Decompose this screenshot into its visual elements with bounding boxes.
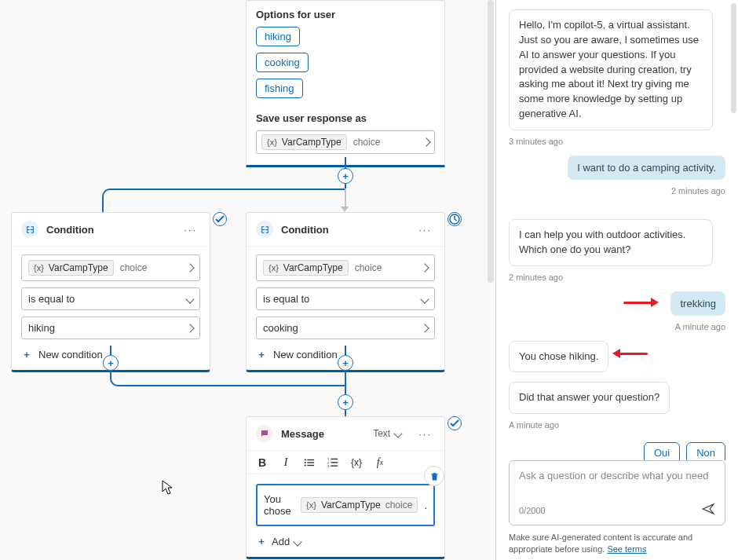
message-node[interactable]: Message Text ··· B I 123 {x} fx — [246, 416, 445, 559]
svg-rect-2 — [307, 459, 314, 459]
chat-scrollbar[interactable] — [731, 3, 736, 113]
chevron-right-icon — [420, 324, 429, 332]
operator-value: is equal to — [28, 293, 75, 305]
new-condition-label: New condition — [38, 349, 103, 361]
option-chip-hiking[interactable]: hiking — [256, 27, 300, 46]
quick-reply-non[interactable]: Non — [686, 442, 725, 460]
more-menu-button[interactable]: ··· — [415, 224, 435, 236]
connector — [118, 385, 345, 386]
variable-type: choice — [353, 137, 381, 148]
see-terms-link[interactable]: See terms — [607, 544, 646, 554]
connector — [110, 346, 111, 355]
add-node-button-a[interactable]: + — [103, 355, 119, 371]
user-message: trekking — [670, 291, 725, 316]
variable-token[interactable]: {x} VarCampType choice — [301, 497, 418, 513]
chat-input[interactable]: Ask a question or describe what you need… — [509, 460, 725, 525]
delete-variation-button[interactable] — [424, 466, 444, 486]
ask-options-node[interactable]: Options for user hiking cooking fishing … — [246, 0, 445, 167]
options-title: Options for user — [256, 9, 435, 20]
more-menu-button[interactable]: ··· — [181, 224, 200, 236]
add-label: Add — [272, 536, 290, 547]
message-type-select[interactable]: Text — [373, 428, 401, 439]
italic-button[interactable]: I — [279, 456, 292, 469]
bot-message: Hello, I'm copilot-5, a virtual assistan… — [509, 9, 713, 130]
variable-icon: {x} — [306, 500, 316, 510]
svg-rect-10 — [331, 462, 338, 463]
status-check-icon — [448, 416, 462, 430]
timestamp: 2 minutes ago — [509, 273, 563, 282]
connector — [102, 196, 104, 212]
new-condition-label: New condition — [273, 349, 338, 361]
quick-reply-oui[interactable]: Oui — [644, 442, 680, 460]
chevron-down-icon — [293, 537, 301, 546]
condition-value-input[interactable]: cooking — [256, 317, 435, 339]
variable-name: VarCampType — [283, 262, 343, 273]
chevron-down-icon — [185, 295, 194, 303]
svg-rect-8 — [331, 458, 338, 459]
chevron-right-icon — [185, 324, 194, 332]
condition-operator-select[interactable]: is equal to — [256, 287, 435, 310]
annotation-arrow-icon — [623, 298, 659, 307]
status-check-icon — [213, 212, 227, 226]
condition-title: Condition — [46, 224, 173, 236]
condition-title: Condition — [281, 224, 407, 236]
condition-variable-picker[interactable]: {x} VarCampType choice — [21, 254, 200, 281]
variable-pill: {x} VarCampType — [261, 134, 347, 150]
variable-icon: {x} — [34, 263, 44, 273]
svg-point-1 — [305, 459, 306, 460]
insert-formula-button[interactable]: fx — [374, 456, 386, 469]
chevron-right-icon — [420, 263, 429, 272]
add-node-button-top[interactable]: + — [338, 168, 353, 184]
more-menu-button[interactable]: ··· — [415, 428, 435, 440]
save-response-variable-picker[interactable]: {x} VarCampType choice — [256, 130, 435, 154]
svg-point-5 — [305, 464, 306, 466]
annotation-arrow-icon — [612, 349, 648, 358]
message-text-suffix: . — [424, 500, 427, 511]
operator-value: is equal to — [263, 293, 309, 305]
timestamp: 3 minutes ago — [509, 137, 563, 146]
canvas-scrollbar[interactable] — [488, 0, 494, 283]
authoring-canvas[interactable]: Options for user hiking cooking fishing … — [0, 0, 496, 560]
condition-value: cooking — [263, 322, 298, 334]
connector — [345, 346, 346, 355]
variable-type: choice — [355, 262, 382, 273]
insert-variable-button[interactable]: {x} — [350, 457, 363, 468]
add-message-variation-button[interactable]: + Add — [247, 536, 444, 557]
variable-type: choice — [385, 500, 413, 511]
add-node-button-b[interactable]: + — [338, 355, 353, 371]
bot-message: I can help you with outdoor activities. … — [509, 219, 713, 266]
condition-value: hiking — [28, 322, 55, 334]
connector — [345, 371, 346, 394]
connector — [345, 157, 346, 168]
svg-rect-4 — [307, 462, 314, 463]
user-message: I want to do a camping activity. — [568, 156, 725, 180]
condition-operator-select[interactable]: is equal to — [21, 287, 200, 310]
svg-point-3 — [305, 461, 306, 463]
rich-text-toolbar: B I 123 {x} fx — [247, 451, 444, 474]
condition-variable-picker[interactable]: {x} VarCampType choice — [256, 254, 435, 281]
arrow-down-icon — [341, 207, 349, 212]
message-text-input[interactable]: You chose {x} VarCampType choice . — [256, 484, 435, 526]
timestamp: A minute ago — [509, 420, 559, 430]
option-chip-fishing[interactable]: fishing — [256, 79, 303, 98]
option-chip-cooking[interactable]: cooking — [256, 53, 309, 72]
chat-input-placeholder: Ask a question or describe what you need — [519, 469, 715, 497]
disclaimer-text: Make sure AI-generated content is accura… — [509, 533, 692, 554]
plus-icon: + — [256, 536, 267, 547]
bullet-list-button[interactable] — [303, 457, 316, 468]
save-response-label: Save user response as — [256, 112, 435, 124]
numbered-list-button[interactable]: 123 — [327, 457, 339, 468]
message-text-prefix: You chose — [264, 493, 294, 517]
svg-rect-6 — [307, 464, 314, 465]
variable-type: choice — [120, 262, 148, 273]
branch-icon — [21, 221, 38, 238]
timestamp: 2 minutes ago — [671, 186, 725, 196]
message-icon — [256, 425, 273, 442]
chevron-down-icon — [420, 295, 429, 303]
bold-button[interactable]: B — [256, 456, 269, 469]
plus-icon: + — [256, 350, 267, 361]
send-button[interactable] — [701, 502, 715, 518]
add-node-button-merge[interactable]: + — [338, 394, 353, 410]
chevron-right-icon — [422, 137, 430, 146]
condition-value-input[interactable]: hiking — [21, 317, 200, 339]
